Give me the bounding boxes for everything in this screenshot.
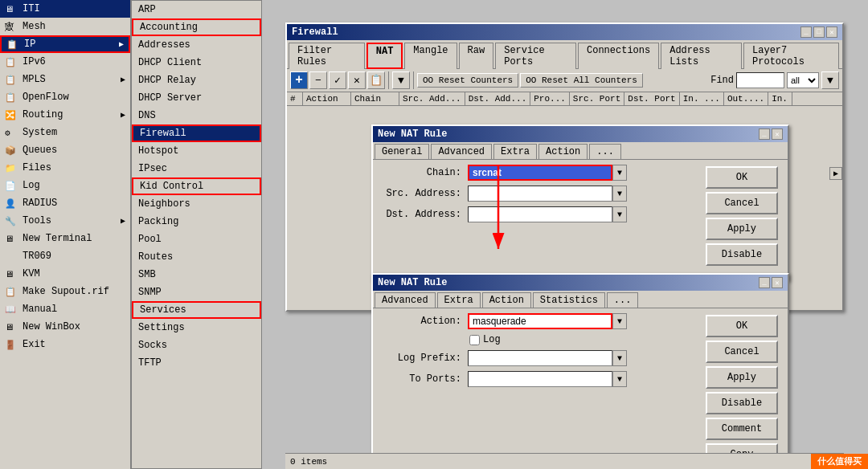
find-down-btn[interactable]: ▼: [821, 71, 839, 89]
sidebar-item-new-terminal[interactable]: 🖥 New Terminal: [0, 230, 130, 247]
sidebar-item-new-winbox[interactable]: 🖥 New WinBox: [0, 318, 130, 336]
nat2-apply-btn[interactable]: Apply: [706, 366, 778, 389]
dst-address-dropdown-btn[interactable]: ▼: [612, 206, 627, 222]
submenu-item-tftp[interactable]: TFTP: [132, 354, 261, 372]
nat1-tab-general[interactable]: General: [375, 144, 429, 159]
submenu-item-settings[interactable]: Settings: [132, 319, 261, 336]
tab-nat[interactable]: NAT: [366, 43, 403, 69]
submenu-item-snmp[interactable]: SNMP: [132, 283, 261, 301]
nat1-ok-btn[interactable]: OK: [706, 166, 778, 189]
submenu-item-packing[interactable]: Packing: [132, 213, 261, 230]
sidebar-item-kvm[interactable]: 🖥 KVM: [0, 265, 130, 283]
dst-address-input[interactable]: [468, 206, 612, 222]
firewall-maximize-btn[interactable]: □: [813, 27, 825, 38]
find-select[interactable]: all: [787, 72, 819, 88]
nat1-close-btn[interactable]: ✕: [772, 128, 783, 140]
tab-service-ports[interactable]: Service Ports: [495, 43, 576, 69]
nat2-disable-btn[interactable]: Disable: [706, 392, 778, 414]
submenu-item-routes[interactable]: Routes: [132, 248, 261, 266]
scroll-right-btn[interactable]: ▶: [829, 167, 842, 180]
firewall-minimize-btn[interactable]: _: [800, 27, 812, 38]
nat1-cancel-btn[interactable]: Cancel: [706, 192, 778, 214]
submenu-item-socks[interactable]: Socks: [132, 336, 261, 354]
tab-mangle[interactable]: Mangle: [404, 43, 457, 69]
submenu-item-kid-control[interactable]: Kid Control: [132, 177, 261, 195]
nat2-tab-statistics[interactable]: Statistics: [533, 292, 605, 308]
chain-input[interactable]: [468, 165, 612, 181]
nat2-ok-btn[interactable]: OK: [706, 315, 778, 337]
tab-filter-rules[interactable]: Filter Rules: [289, 43, 365, 69]
submenu-item-accounting[interactable]: Accounting: [132, 18, 261, 36]
submenu-item-arp[interactable]: ARP: [132, 1, 261, 18]
tab-address-lists[interactable]: Address Lists: [661, 43, 742, 69]
tab-connections[interactable]: Connections: [578, 43, 659, 69]
sidebar-item-tr069[interactable]: TR069: [0, 247, 130, 265]
nat2-tab-advanced[interactable]: Advanced: [375, 292, 436, 308]
sidebar-item-tools[interactable]: 🔧 Tools ▶: [0, 212, 130, 230]
chain-dropdown-btn[interactable]: ▼: [612, 165, 627, 181]
tab-raw[interactable]: Raw: [459, 43, 494, 69]
reset-all-counters-btn[interactable]: OO Reset All Counters: [520, 73, 643, 88]
src-address-input[interactable]: [468, 186, 612, 202]
sidebar-item-ipv6[interactable]: 📋 IPv6: [0, 53, 130, 71]
sidebar-item-manual[interactable]: 📖 Manual: [0, 300, 130, 318]
submenu-item-services[interactable]: Services: [132, 301, 261, 319]
nat2-cancel-btn[interactable]: Cancel: [706, 341, 778, 363]
sidebar-item-system[interactable]: ⚙ System: [0, 124, 130, 141]
enable-rule-btn[interactable]: ✓: [329, 71, 346, 89]
submenu-item-dhcp-server[interactable]: DHCP Server: [132, 89, 261, 107]
action-dropdown-btn[interactable]: ▼: [612, 313, 627, 329]
nat1-minimize-btn[interactable]: _: [759, 128, 770, 140]
log-prefix-dropdown-btn[interactable]: ▼: [612, 350, 627, 366]
submenu-item-dhcp-client[interactable]: DHCP Client: [132, 54, 261, 71]
find-input[interactable]: [736, 72, 784, 88]
sidebar-item-mesh[interactable]: 🕸 Mesh: [0, 18, 130, 35]
action-input[interactable]: [468, 313, 612, 329]
submenu-item-neighbors[interactable]: Neighbors: [132, 195, 261, 213]
sidebar-item-mpls[interactable]: 📋 MPLS ▶: [0, 71, 130, 88]
nat1-tab-advanced[interactable]: Advanced: [431, 144, 492, 159]
add-rule-btn[interactable]: +: [290, 71, 308, 89]
nat2-comment-btn[interactable]: Comment: [706, 418, 778, 440]
nat1-tab-action[interactable]: Action: [538, 144, 588, 159]
sidebar-item-log[interactable]: 📄 Log: [0, 177, 130, 194]
firewall-close-btn[interactable]: ✕: [826, 27, 837, 38]
to-ports-input[interactable]: [468, 371, 612, 387]
copy-rule-btn[interactable]: 📋: [367, 71, 385, 89]
submenu-item-hotspot[interactable]: Hotspot: [132, 142, 261, 160]
nat2-minimize-btn[interactable]: _: [759, 277, 770, 288]
sidebar-item-queues[interactable]: 📦 Queues: [0, 141, 130, 159]
submenu-item-dns[interactable]: DNS: [132, 107, 261, 124]
log-checkbox[interactable]: [469, 335, 480, 345]
sidebar-item-openflow[interactable]: 📋 OpenFlow: [0, 88, 130, 106]
src-address-dropdown-btn[interactable]: ▼: [612, 186, 627, 202]
disable-rule-btn[interactable]: ✕: [348, 71, 366, 89]
nat1-tab-more[interactable]: ...: [589, 144, 621, 159]
nat2-tab-action[interactable]: Action: [482, 292, 531, 308]
nat1-disable-btn[interactable]: Disable: [706, 243, 778, 266]
sidebar-item-exit[interactable]: 🚪 Exit: [0, 336, 130, 353]
to-ports-dropdown-btn[interactable]: ▼: [612, 371, 627, 387]
nat1-apply-btn[interactable]: Apply: [706, 218, 778, 240]
submenu-item-firewall[interactable]: Firewall: [132, 124, 261, 142]
nat2-close-btn[interactable]: ✕: [772, 277, 783, 288]
reset-counters-btn[interactable]: OO Reset Counters: [417, 73, 518, 88]
remove-rule-btn[interactable]: −: [309, 71, 327, 89]
tab-layer7[interactable]: Layer7 Protocols: [743, 43, 839, 69]
submenu-item-ipsec[interactable]: IPsec: [132, 160, 261, 177]
sidebar-item-iti[interactable]: 🖥 ITI: [0, 0, 130, 18]
submenu-item-addresses[interactable]: Addresses: [132, 36, 261, 54]
submenu-item-pool[interactable]: Pool: [132, 230, 261, 248]
sidebar-item-radius[interactable]: 👤 RADIUS: [0, 194, 130, 212]
log-prefix-input[interactable]: [468, 350, 612, 366]
nat1-tab-extra[interactable]: Extra: [493, 144, 537, 159]
filter-btn[interactable]: ▼: [392, 71, 410, 89]
submenu-item-smb[interactable]: SMB: [132, 266, 261, 283]
nat2-tab-extra[interactable]: Extra: [437, 292, 481, 308]
sidebar-item-routing[interactable]: 🔀 Routing ▶: [0, 106, 130, 124]
sidebar-item-supout[interactable]: 📋 Make Supout.rif: [0, 283, 130, 300]
nat2-tab-more[interactable]: ...: [607, 292, 639, 308]
sidebar-item-files[interactable]: 📁 Files: [0, 159, 130, 177]
sidebar-item-ip[interactable]: 📋 IP ▶: [0, 35, 130, 53]
submenu-item-dhcp-relay[interactable]: DHCP Relay: [132, 71, 261, 89]
